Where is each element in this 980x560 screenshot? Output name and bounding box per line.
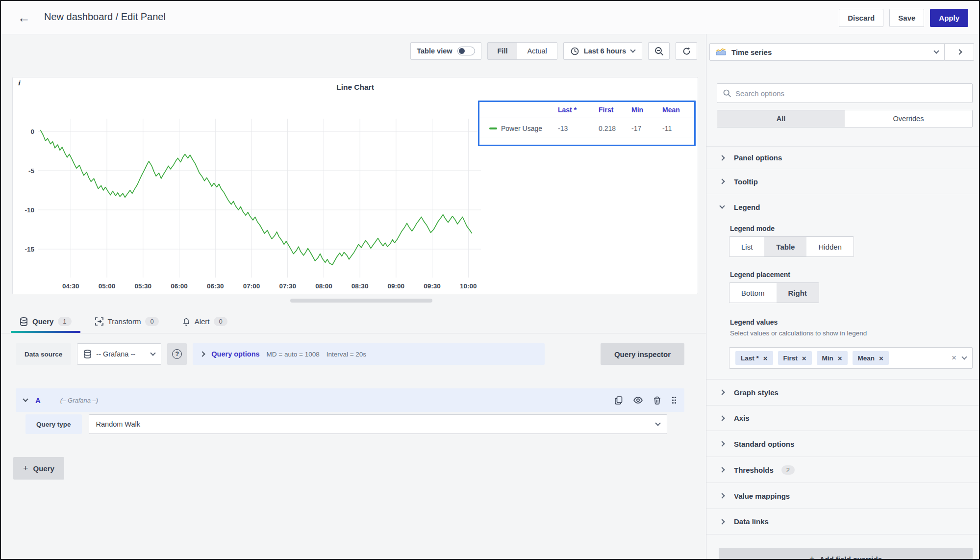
remove-chip-icon[interactable]: × (879, 354, 883, 362)
collapse-pane-button[interactable] (945, 43, 974, 61)
actual-option[interactable]: Actual (517, 43, 556, 59)
table-view-control: Table view (410, 42, 481, 60)
query-options-link[interactable]: Query options (211, 350, 259, 358)
section-value-mappings[interactable]: Value mappings (706, 483, 979, 509)
discard-button[interactable]: Discard (839, 9, 883, 27)
datasource-help-button[interactable]: ? (167, 343, 187, 365)
query-type-value: Random Walk (96, 420, 141, 428)
fill-actual-switch: Fill Actual (487, 42, 557, 60)
datasource-picker[interactable]: -- Grafana -- (77, 343, 161, 365)
section-tooltip[interactable]: Tooltip (706, 169, 979, 194)
series-color-swatch[interactable] (489, 127, 497, 129)
delete-query-button[interactable] (653, 396, 661, 405)
remove-chip-icon[interactable]: × (838, 354, 842, 362)
x-tick-label: 05:30 (135, 282, 152, 290)
query-inspector-button[interactable]: Query inspector (601, 343, 684, 365)
divider (480, 118, 694, 118)
chevron-down-icon[interactable] (961, 354, 967, 359)
section-thresholds[interactable]: Thresholds 2 (706, 457, 979, 483)
horizontal-scrollbar[interactable] (290, 299, 432, 303)
legend-values-help: Select values or calculations to show in… (730, 330, 867, 337)
section-legend[interactable]: Legend (706, 194, 979, 220)
legend-value-chip: Min× (817, 351, 848, 365)
time-range-picker[interactable]: Last 6 hours (563, 42, 642, 60)
grafana-edit-panel-window: ← New dashboard / Edit Panel Discard Sav… (0, 0, 980, 560)
section-axis[interactable]: Axis (706, 406, 979, 431)
legend-column-header[interactable]: Last * (558, 106, 577, 114)
tab-transform[interactable]: Transform 0 (90, 310, 164, 333)
chevron-right-icon (719, 178, 725, 184)
chevron-right-icon (719, 519, 725, 524)
tab-overrides[interactable]: Overrides (845, 110, 972, 127)
query-row-a[interactable]: A (– Grafana –) (16, 388, 684, 412)
tab-alert[interactable]: Alert 0 (177, 310, 232, 333)
clear-all-icon[interactable]: × (952, 353, 956, 363)
chevron-down-icon (151, 350, 156, 356)
table-view-label: Table view (417, 47, 452, 55)
remove-chip-icon[interactable]: × (763, 354, 768, 362)
legend-placement-right[interactable]: Right (777, 283, 819, 303)
legend-mode-label: Legend mode (730, 225, 775, 232)
visualization-row: Time series (709, 43, 974, 61)
legend-mode-table[interactable]: Table (764, 237, 806, 256)
refresh-button[interactable] (676, 42, 697, 60)
add-field-override-button[interactable]: + Add field override (719, 548, 973, 560)
section-data-links[interactable]: Data links (706, 509, 979, 535)
legend-column-header[interactable]: Min (631, 106, 643, 114)
x-tick-label: 07:00 (243, 282, 260, 290)
all-overrides-switch: All Overrides (717, 110, 973, 127)
legend-table-highlighted[interactable]: Last *FirstMinMeanPower Usage-130.218-17… (478, 101, 696, 146)
apply-button[interactable]: Apply (930, 9, 968, 27)
legend-column-header[interactable]: Mean (662, 106, 680, 114)
query-type-label: Query type (25, 414, 82, 434)
chevron-down-icon (655, 420, 660, 426)
toggle-visibility-button[interactable] (633, 397, 643, 404)
grip-dots-icon (672, 396, 677, 404)
legend-value-chip: First× (778, 351, 812, 365)
plus-icon: + (809, 554, 815, 560)
chevron-right-icon (719, 467, 725, 472)
legend-values-select[interactable]: Last *× First× Min× Mean× × (729, 347, 973, 369)
section-graph-styles[interactable]: Graph styles (706, 380, 979, 406)
legend-value-chip: Mean× (853, 351, 889, 365)
chevron-right-icon (956, 49, 962, 54)
database-icon (83, 350, 92, 358)
query-tab-bar: Query 1 Transform 0 Alert 0 (1, 310, 708, 333)
trash-icon (653, 396, 661, 405)
tab-query[interactable]: Query 1 (15, 310, 76, 333)
tab-all[interactable]: All (717, 110, 845, 127)
chevron-right-icon (719, 415, 725, 421)
remove-chip-icon[interactable]: × (802, 354, 806, 362)
collapse-query-icon[interactable] (23, 396, 28, 402)
legend-column-header[interactable]: First (599, 106, 613, 114)
legend-placement-label: Legend placement (730, 271, 790, 279)
chevron-right-icon (200, 351, 205, 356)
add-query-button[interactable]: + Query (13, 457, 64, 480)
zoom-out-button[interactable] (648, 42, 670, 60)
visualization-picker[interactable]: Time series (709, 43, 945, 61)
legend-mode-list[interactable]: List (729, 237, 764, 256)
fill-option[interactable]: Fill (488, 43, 518, 59)
table-view-toggle[interactable] (457, 47, 475, 55)
add-query-label: Query (33, 464, 54, 473)
breadcrumb: New dashboard / Edit Panel (44, 11, 166, 23)
x-tick-label: 06:30 (207, 282, 224, 290)
time-range-label: Last 6 hours (584, 47, 626, 55)
search-options-input[interactable] (735, 89, 966, 98)
query-type-select[interactable]: Random Walk (89, 414, 667, 434)
time-series-icon (716, 48, 727, 56)
duplicate-query-button[interactable] (615, 396, 623, 405)
back-arrow-icon[interactable]: ← (16, 10, 32, 25)
search-icon (723, 89, 731, 97)
legend-placement-bottom[interactable]: Bottom (729, 283, 777, 303)
datasource-label: Data source (16, 343, 71, 365)
save-button[interactable]: Save (889, 9, 924, 27)
drag-handle[interactable] (672, 396, 677, 404)
query-datasource-hint: (– Grafana –) (60, 397, 98, 404)
section-panel-options[interactable]: Panel options (706, 146, 979, 169)
tab-label: Alert (195, 317, 210, 326)
section-standard-options[interactable]: Standard options (706, 431, 979, 457)
legend-mode-hidden[interactable]: Hidden (806, 237, 854, 256)
series-name[interactable]: Power Usage (501, 125, 542, 132)
options-search (717, 83, 973, 103)
